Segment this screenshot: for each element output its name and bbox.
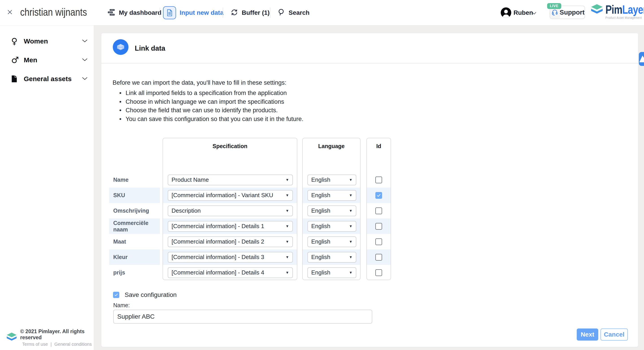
language-dropdown[interactable]: English▼ <box>308 267 356 278</box>
specification-column: Specification Product Name▼[Commercial i… <box>162 138 297 280</box>
sidebar-item-men[interactable]: ♂ Men <box>0 51 94 69</box>
table-row <box>367 172 390 188</box>
dropdown-arrow-icon: ▼ <box>349 178 352 182</box>
table-row <box>367 219 390 234</box>
chevron-down-icon <box>82 39 88 43</box>
id-checkbox[interactable] <box>375 254 382 261</box>
bullet-item: You can save this configuration so that … <box>119 115 304 123</box>
table-row: [Commercial information] - Details 3▼ <box>163 249 297 265</box>
table-row: Product Name▼ <box>163 172 297 188</box>
id-checkbox[interactable] <box>375 192 382 199</box>
specification-dropdown[interactable]: [Commercial information] - Details 2▼ <box>168 236 293 247</box>
specification-dropdown[interactable]: [Commercial information] - Details 4▼ <box>168 267 293 278</box>
dropdown-arrow-icon: ▼ <box>349 224 352 228</box>
logo-tagline: Product Asset Management <box>606 16 644 19</box>
sidebar-item-general-assets[interactable]: General assets <box>0 69 94 88</box>
table-row: English▼ <box>303 249 360 265</box>
table-row: English▼ <box>303 219 360 234</box>
id-checkbox[interactable] <box>375 177 382 183</box>
avatar[interactable] <box>501 7 511 18</box>
dropdown-value: English <box>311 238 347 245</box>
id-column: Id <box>366 138 391 280</box>
specification-dropdown[interactable]: Description▼ <box>168 205 293 216</box>
configuration-name-input[interactable] <box>113 310 372 324</box>
column-header-language: Language <box>303 138 360 153</box>
sidebar: ♀ Women ♂ Men General assets <box>0 25 94 350</box>
row-label: prijs <box>109 265 160 280</box>
row-label: Commerciële naam <box>109 219 160 234</box>
language-dropdown[interactable]: English▼ <box>308 190 356 201</box>
specification-dropdown[interactable]: Product Name▼ <box>168 175 293 185</box>
language-dropdown[interactable]: English▼ <box>308 221 356 232</box>
sidebar-footer: © 2021 Pimlayer. All rights reserved Ter… <box>6 329 94 347</box>
column-header-id: Id <box>367 138 390 153</box>
dropdown-value: [Commercial information] - Details 4 <box>172 269 283 276</box>
copyright-text: © 2021 Pimlayer. All rights reserved <box>20 329 94 341</box>
dropdown-value: English <box>311 207 347 214</box>
edge-flyout-tab[interactable] <box>639 52 644 66</box>
next-button[interactable]: Next <box>577 329 598 341</box>
dropdown-value: [Commercial information] - Details 3 <box>172 254 283 261</box>
dropdown-arrow-icon: ▼ <box>286 255 289 259</box>
table-row: English▼ <box>303 188 360 203</box>
chevron-down-icon <box>82 77 88 81</box>
box-icon <box>113 39 128 55</box>
dropdown-value: [Commercial information] - Variant SKU <box>172 192 283 199</box>
dashboard-icon <box>107 8 115 17</box>
nav-label: Input new data <box>180 9 224 16</box>
conditions-link[interactable]: General conditions <box>54 342 92 347</box>
close-icon[interactable] <box>7 9 13 15</box>
cancel-button[interactable]: Cancel <box>600 329 628 341</box>
main-area: Link data Before we can import the data,… <box>94 25 644 350</box>
support-button[interactable]: LIVE Support <box>550 5 585 19</box>
specification-dropdown[interactable]: [Commercial information] - Variant SKU▼ <box>168 190 293 201</box>
dropdown-arrow-icon: ▼ <box>349 255 352 259</box>
document-icon <box>163 6 176 19</box>
female-icon: ♀ <box>11 36 24 46</box>
nav-my-dashboard[interactable]: My dashboard <box>107 0 162 25</box>
language-dropdown[interactable]: English▼ <box>308 175 356 185</box>
dropdown-value: Product Name <box>172 176 283 183</box>
language-dropdown[interactable]: English▼ <box>308 236 356 247</box>
table-row <box>367 265 390 280</box>
file-icon <box>11 75 24 83</box>
specification-dropdown[interactable]: [Commercial information] - Details 1▼ <box>168 221 293 232</box>
dropdown-value: English <box>311 223 347 230</box>
divider <box>223 7 223 18</box>
table-row: [Commercial information] - Details 4▼ <box>163 265 297 280</box>
intro-text: Before we can import the data, you'll ha… <box>112 79 286 86</box>
nav-buffer[interactable]: Buffer (1) <box>230 0 270 25</box>
page-title: Link data <box>135 33 165 63</box>
bullet-list: Link all imported fields to a specificat… <box>119 89 304 123</box>
divider <box>270 7 270 18</box>
bullet-item: Link all imported fields to a specificat… <box>119 89 304 97</box>
id-checkbox[interactable] <box>375 208 382 214</box>
row-label: Omschrijving <box>109 203 160 219</box>
user-name[interactable]: Ruben <box>514 0 533 25</box>
dropdown-value: [Commercial information] - Details 1 <box>172 223 283 230</box>
terms-link[interactable]: Terms of use <box>22 342 48 347</box>
row-label: Kleur <box>109 249 160 265</box>
top-bar: christian wijnants My dashboard Input ne… <box>0 0 644 25</box>
language-dropdown[interactable]: English▼ <box>308 252 356 263</box>
nav-label: My dashboard <box>119 9 162 16</box>
id-checkbox[interactable] <box>375 269 382 276</box>
save-configuration-checkbox[interactable] <box>113 292 119 298</box>
nav-search[interactable]: Search <box>278 0 310 25</box>
table-row: English▼ <box>303 203 360 219</box>
table-row: English▼ <box>303 234 360 249</box>
dropdown-value: English <box>311 176 347 183</box>
id-checkbox[interactable] <box>375 238 382 245</box>
specification-dropdown[interactable]: [Commercial information] - Details 3▼ <box>168 252 293 263</box>
dropdown-arrow-icon: ▼ <box>286 240 289 244</box>
id-checkbox[interactable] <box>375 223 382 230</box>
sidebar-item-women[interactable]: ♀ Women <box>0 32 94 51</box>
search-icon <box>278 8 285 17</box>
language-dropdown[interactable]: English▼ <box>308 205 356 216</box>
dropdown-value: English <box>311 269 347 276</box>
chevron-down-icon[interactable] <box>532 11 536 15</box>
dropdown-arrow-icon: ▼ <box>349 209 352 213</box>
card-header: Link data <box>101 33 638 63</box>
nav-input-new-data[interactable]: Input new data <box>163 0 224 25</box>
footer-separator: | <box>50 342 52 347</box>
